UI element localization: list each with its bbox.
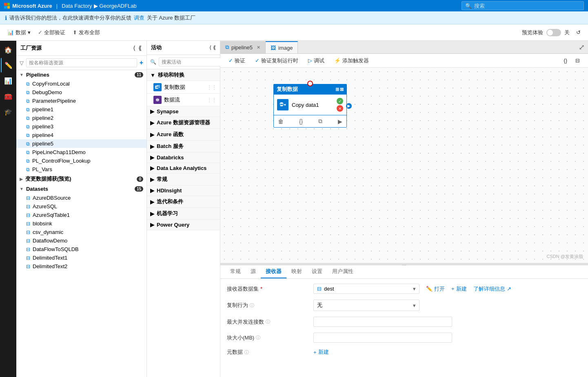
pipeline-item-1[interactable]: ⧉ pipeline1 [16,105,146,114]
canvas-toolbar: ✓ 验证 ✓ 验证复制运行时 ▷ 调试 ⚡ 添加触发器 {} ⊟ [220,54,588,68]
act-item-copy[interactable]: 复制数据 ⋮⋮ [147,81,220,94]
dataset-icon: ⊟ [26,229,30,235]
settings-canvas-button[interactable]: ⊟ [572,56,583,65]
activities-search-input[interactable] [159,57,226,66]
breadcrumb-lab[interactable]: GeorgeADFLab [100,3,137,9]
home-button[interactable]: 🏠 [1,42,16,57]
tab-settings[interactable]: 设置 [307,265,327,278]
monitor-button[interactable]: 📊 [1,73,16,88]
dataset-item-delimited2[interactable]: ⊟ DelimitedText2 [16,262,146,271]
collapse-all-icon[interactable]: ⟪ [138,44,142,52]
tab-pipeline5[interactable]: ⧉ pipeline5 ✕ [220,41,266,53]
canvas[interactable]: 复制数据 ⊞ ⊠ [220,68,588,263]
help-icon[interactable]: ⓘ [244,349,249,355]
act-section-synapse[interactable]: ▶ Synapse [147,106,220,117]
activities-collapse-all-icon[interactable]: ⟪ [213,45,216,51]
help-icon[interactable]: ⓘ [250,302,254,309]
search-input[interactable] [474,3,580,9]
act-section-move[interactable]: ▼ 移动和转换 [147,69,220,81]
pipeline-item-vars[interactable]: ⧉ PL_Vars [16,165,146,174]
run-button[interactable]: ▶ [337,117,343,126]
dataset-item-azuresqltable1[interactable]: ⊟ AzureSqlTable1 [16,211,146,219]
dataset-item-csv[interactable]: ⊟ csv_dynamic [16,228,146,236]
dataset-item-azuresql[interactable]: ⊟ AzureSQL [16,202,146,211]
act-section-general[interactable]: ▶ 常规 [147,174,220,185]
tab-close-icon[interactable]: ✕ [257,45,260,50]
bottom-tabs: 常规 源 接收器 映射 设置 用户属性 [220,265,588,279]
preview-toggle[interactable] [546,29,561,36]
validate-all-button[interactable]: ✓ 全部验证 [35,27,69,38]
tab-user-props[interactable]: 用户属性 [327,265,358,278]
datasets-section-header[interactable]: ▼ Datasets 15 [16,184,146,194]
help-icon[interactable]: ⓘ [266,319,270,325]
dataset-select[interactable]: ⊟ dest ▾ [313,284,419,294]
pipeline-item-4[interactable]: ⧉ pipeline4 [16,131,146,139]
debug-button[interactable]: ▷ 调试 [305,56,328,66]
pipeline-item-5[interactable]: ⧉ pipeline5 [16,139,146,148]
act-section-azure-func[interactable]: ▶ Azure 函数 [147,129,220,141]
tab-mapping[interactable]: 映射 [286,265,307,278]
validate-runtime-button[interactable]: ✓ 验证复制运行时 [252,56,302,66]
publish-all-button[interactable]: ⬆ 发布全部 [69,27,103,38]
dataset-item-azuredb[interactable]: ⊟ AzureDBSource [16,194,146,202]
new-metadata-button[interactable]: + 新建 [313,348,329,356]
add-resource-button[interactable]: + [140,59,143,66]
breadcrumb-data-factory[interactable]: Data Factory [62,3,92,9]
tab-image[interactable]: 🖼 image [266,41,298,53]
act-section-powerquery[interactable]: ▶ Power Query [147,220,220,230]
act-section-databricks[interactable]: ▶ Databricks [147,152,220,163]
toolbox-button[interactable]: 🧰 [1,89,16,104]
dataset-item-dataflow[interactable]: ⊟ DataflowDemo [16,236,146,245]
code-button[interactable]: {} [560,56,570,65]
dataset-item-delimited1[interactable]: ⊟ DelimitedText1 [16,254,146,262]
pencil-button[interactable]: ✏️ [1,58,16,73]
collapse-icon[interactable]: ⟨ [132,44,136,52]
node-collapse-icon[interactable]: ⊞ [335,87,339,92]
activity-node[interactable]: 复制数据 ⊞ ⊠ [273,84,347,128]
open-dataset-button[interactable]: ✏️ 打开 [424,284,446,293]
chevron-right-icon: ▶ [150,132,154,138]
tab-general[interactable]: 常规 [225,265,246,278]
new-dataset-button[interactable]: + 新建 [450,284,468,293]
pipeline-item-copy[interactable]: ⧉ CopyFromLocal [16,79,146,88]
tab-sink[interactable]: 接收器 [261,265,286,278]
activities-collapse-icon[interactable]: ⟨ [209,45,211,51]
code-node-button[interactable]: {} [298,117,304,126]
act-section-iterate[interactable]: ▶ 迭代和条件 [147,196,220,208]
expand-canvas-button[interactable]: ⤢ [575,41,588,53]
tab-source[interactable]: 源 [246,265,261,278]
validate-button[interactable]: ✓ 验证 [225,56,249,66]
act-section-ml[interactable]: ▶ 机器学习 [147,208,220,220]
sidebar-search-input[interactable] [26,58,137,67]
help-icon[interactable]: ⓘ [256,335,260,341]
act-section-batch[interactable]: ▶ Batch 服务 [147,141,220,152]
right-connector[interactable]: ▶ [346,103,352,109]
add-trigger-button[interactable]: ⚡ 添加触发器 [331,56,372,66]
dataset-item-blobsink[interactable]: ⊟ blobsink [16,219,146,228]
pipeline-item-debug[interactable]: ⧉ DebugDemo [16,88,146,97]
block-size-input[interactable] [313,333,452,343]
act-item-dataflow[interactable]: 数据流 ⋮⋮ [147,94,220,106]
pipeline-item-chap11[interactable]: ⧉ PipeLineChap11Demo [16,148,146,157]
copy-behavior-select[interactable]: 无 ▾ [313,300,419,311]
data-button[interactable]: 📊 数据 ▾ [4,27,34,38]
learn-button[interactable]: 🎓 [1,104,16,119]
act-section-hdinsight[interactable]: ▶ HDInsight [147,185,220,196]
search-bar[interactable]: 🔍 [462,1,584,10]
pipeline-item-control[interactable]: ⧉ PL_ControlFlow_Lookup [16,157,146,165]
max-connections-input[interactable] [313,317,452,327]
act-section-datalake[interactable]: ▶ Data Lake Analytics [147,163,220,174]
delete-button[interactable]: 🗑 [277,117,284,126]
change-capture-header[interactable]: ▶ 变更数据捕获(预览) 0 [16,174,146,184]
survey-link[interactable]: 调查 [134,14,144,22]
clone-button[interactable]: ⧉ [317,117,323,126]
learn-more-button[interactable]: 了解详细信息 ↗ [472,284,513,293]
dataset-item-dataflowsql[interactable]: ⊟ DataFlowToSQLDB [16,245,146,254]
pipelines-section-header[interactable]: ▼ Pipelines 11 [16,70,146,79]
pipeline-item-parameter[interactable]: ⧉ ParameterPipeline [16,97,146,105]
pipeline-item-2[interactable]: ⧉ pipeline2 [16,114,146,122]
pipeline-item-3[interactable]: ⧉ pipeline3 [16,122,146,131]
node-expand-icon[interactable]: ⊠ [340,87,344,92]
refresh-button[interactable]: ↺ [573,28,584,37]
act-section-azure-data[interactable]: ▶ Azure 数据资源管理器 [147,117,220,129]
